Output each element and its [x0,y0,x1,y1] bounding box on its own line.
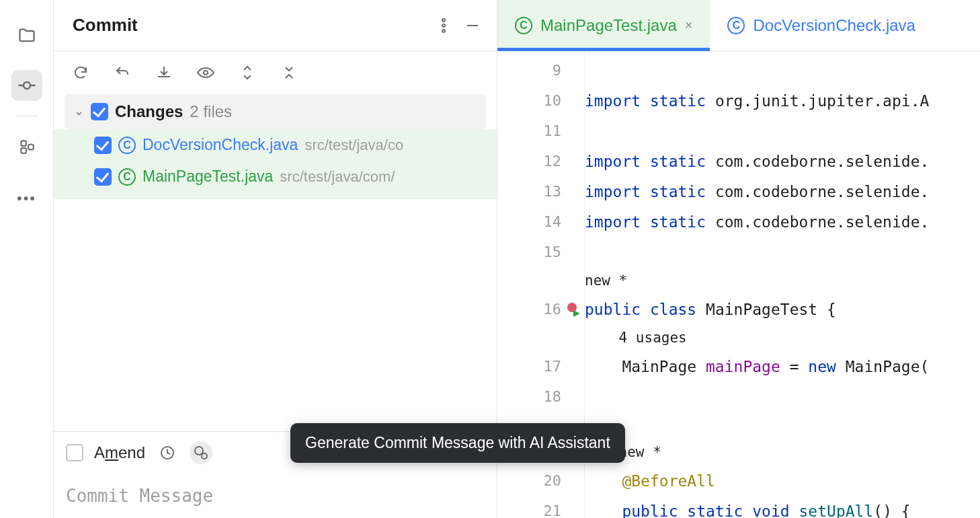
editor-tab-docversioncheck[interactable]: C DocVersionCheck.java [710,0,932,50]
changes-group-label: Changes [115,102,183,121]
code-line[interactable]: new * [585,439,980,466]
refresh-button[interactable] [70,62,91,83]
changed-file-row[interactable]: C MainPageTest.java src/test/java/com/ [54,161,497,192]
file-name: MainPageTest.java [142,168,273,186]
code-line[interactable]: import static com.codeborne.selenide. [585,176,980,207]
java-class-icon: C [515,17,532,34]
svg-point-12 [204,71,208,75]
line-number[interactable] [497,267,584,294]
svg-point-6 [442,19,445,22]
folder-icon [17,26,36,45]
line-number[interactable]: 18 [497,381,584,412]
svg-point-8 [442,30,445,32]
svg-marker-17 [573,310,580,317]
preview-icon [196,65,215,81]
code-line[interactable]: import static com.codeborne.selenide. [585,146,980,176]
structure-icon [18,138,36,155]
commit-message-input[interactable] [54,474,497,518]
editor-tab-mainpagetest[interactable]: C MainPageTest.java × [497,0,710,50]
code-line[interactable]: new * [585,267,980,294]
rollback-button[interactable] [112,62,133,83]
kebab-icon [442,18,446,33]
changelist-button[interactable] [237,62,258,83]
shelve-button[interactable] [153,62,175,83]
file-checkbox[interactable] [94,168,112,186]
changes-group-row[interactable]: ⌄ Changes 2 files [65,94,486,129]
code-line[interactable]: @BeforeAll [585,466,980,496]
line-number[interactable]: 11 [497,116,584,146]
svg-rect-3 [21,141,26,146]
minimize-panel-button[interactable] [464,17,481,34]
code-line[interactable] [585,116,980,146]
rail-divider [16,116,38,116]
ai-tooltip: Generate Commit Message with AI Assistan… [290,423,625,463]
line-number[interactable]: 15 [497,237,584,267]
code-line[interactable] [585,381,980,412]
panel-options-button[interactable] [442,18,446,33]
run-gutter-icon[interactable] [567,302,581,317]
amend-checkbox[interactable] [66,444,83,461]
tab-label: DocVersionCheck.java [753,16,915,35]
svg-point-15 [202,453,207,459]
line-number[interactable]: 10 [497,85,584,116]
java-class-icon: C [727,17,745,34]
code-line[interactable]: public static void setUpAll() { [585,496,980,518]
code-line[interactable] [585,412,980,439]
line-number[interactable]: 12 [497,146,584,176]
project-tool-button[interactable] [11,20,42,51]
editor-tabs: C MainPageTest.java × C DocVersionCheck.… [497,0,980,51]
code-content[interactable]: import static org.junit.jupiter.api.Aimp… [585,51,980,518]
shelve-icon [156,65,172,81]
file-checkbox[interactable] [94,137,112,154]
code-line[interactable] [585,55,980,85]
close-icon: × [685,17,693,32]
panel-header-actions [442,17,481,34]
line-number[interactable]: 16 [497,294,584,324]
line-number[interactable]: 17 [497,351,584,381]
close-tab-button[interactable]: × [685,17,693,33]
commit-tool-button[interactable] [11,70,42,101]
code-line[interactable]: import static org.junit.jupiter.api.A [585,85,980,116]
code-line[interactable]: public class MainPageTest { [585,294,980,324]
commit-header: Commit [54,0,497,51]
java-class-icon: C [118,168,136,186]
line-number[interactable]: 14 [497,207,584,237]
code-line[interactable]: 4 usages [585,324,980,351]
undo-icon [114,65,130,81]
file-path: src/test/java/com/ [280,168,395,186]
changed-file-row[interactable]: C DocVersionCheck.java src/test/java/co [54,129,497,161]
svg-point-7 [442,24,445,27]
file-path: src/test/java/co [304,137,403,154]
more-icon: ••• [17,190,36,207]
commit-history-button[interactable] [156,441,179,464]
refresh-icon [73,65,89,81]
line-number[interactable]: 13 [497,176,584,207]
svg-rect-4 [21,148,26,153]
code-line[interactable]: MainPage mainPage = new MainPage( [585,351,980,381]
commit-panel: Commit ⌄ Changes 2 files C D [54,0,497,518]
code-line[interactable] [585,237,980,267]
line-number[interactable] [497,324,584,351]
changes-group-checkbox[interactable] [91,103,108,120]
commit-graph-icon [17,75,37,96]
svg-point-14 [195,447,203,455]
line-number[interactable]: 20 [497,466,584,496]
show-diff-button[interactable] [195,62,216,83]
ai-generate-message-button[interactable] [190,441,212,464]
line-number[interactable]: 9 [497,55,584,85]
ai-generate-icon [193,445,209,461]
structure-tool-button[interactable] [11,131,42,162]
svg-rect-5 [28,145,34,150]
svg-point-16 [567,303,577,312]
chevron-down-icon: ⌄ [74,104,84,118]
expand-collapse-icon [241,65,254,81]
history-icon [159,445,175,461]
code-line[interactable]: import static com.codeborne.selenide. [585,207,980,237]
changes-group-count: 2 files [190,102,232,121]
svg-point-0 [24,82,30,89]
group-by-button[interactable] [278,62,300,83]
more-tools-button[interactable]: ••• [11,181,42,212]
left-tool-rail: ••• [0,0,54,518]
line-number[interactable]: 21 [497,496,584,518]
amend-label: Amend [94,443,145,462]
